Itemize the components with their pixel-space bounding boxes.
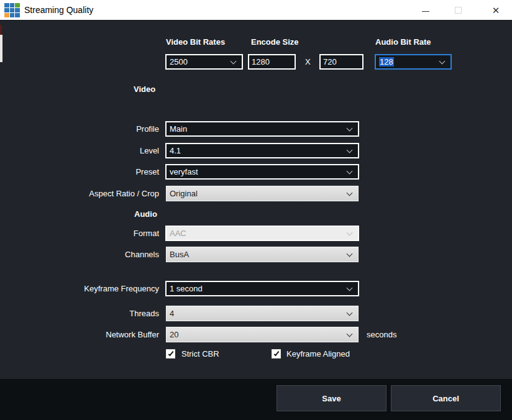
audio-bit-rate-value: 128 [376, 57, 440, 66]
channels-select[interactable]: BusA [166, 247, 359, 262]
level-select[interactable]: 4.1 [165, 143, 359, 158]
chevron-down-icon [347, 189, 353, 196]
video-bit-rates-label: Video Bit Rates [166, 37, 225, 47]
level-label: Level [68, 143, 159, 158]
maximize-button [444, 0, 472, 20]
keyframe-aligned-label: Keyframe Aligned [286, 349, 350, 359]
screen-edge-artifact [0, 25, 2, 35]
network-buffer-select[interactable]: 20 [166, 327, 359, 342]
encode-size-separator: X [305, 57, 311, 66]
chevron-down-icon [231, 58, 237, 64]
video-bit-rates-value: 2500 [167, 57, 231, 66]
encode-height-input[interactable] [319, 54, 363, 70]
check-icon [168, 350, 173, 356]
video-section-heading: Video [134, 84, 155, 94]
streaming-quality-dialog: Streaming Quality ✕ Video Bit Rates Enco… [0, 0, 512, 420]
chevron-down-icon [347, 331, 353, 337]
chevron-down-icon [347, 168, 353, 174]
chevron-down-icon [347, 229, 353, 235]
aspect-ratio-crop-label: Aspect Ratio / Crop [68, 186, 159, 201]
preset-label: Preset [68, 164, 159, 180]
video-bit-rates-select[interactable]: 2500 [165, 54, 243, 70]
minimize-icon [422, 11, 429, 12]
audio-section-heading: Audio [134, 209, 157, 219]
keyframe-aligned-checkbox[interactable] [272, 349, 281, 358]
chevron-down-icon [347, 309, 353, 316]
network-buffer-suffix: seconds [367, 330, 396, 339]
chevron-down-icon [347, 147, 353, 153]
keyframe-frequency-select[interactable]: 1 second [165, 281, 359, 296]
profile-select[interactable]: Main [165, 121, 359, 137]
cancel-button[interactable]: Cancel [391, 385, 501, 411]
check-icon [273, 350, 279, 356]
title-bar[interactable]: Streaming Quality ✕ [0, 0, 512, 21]
encode-size-label: Encode Size [251, 37, 299, 47]
threads-label: Threads [68, 306, 159, 321]
window-title: Streaming Quality [24, 0, 93, 21]
threads-select[interactable]: 4 [166, 306, 359, 321]
profile-label: Profile [68, 121, 159, 137]
chevron-down-icon [347, 250, 353, 257]
audio-bit-rate-label: Audio Bit Rate [375, 37, 431, 47]
chevron-down-icon [347, 125, 353, 131]
audio-bit-rate-select[interactable]: 128 [375, 54, 452, 70]
chevron-down-icon [439, 58, 446, 64]
save-button[interactable]: Save [277, 385, 386, 411]
chevron-down-icon [347, 285, 353, 291]
strict-cbr-checkbox[interactable] [166, 349, 175, 358]
minimize-button[interactable] [411, 0, 440, 20]
app-icon [4, 3, 20, 17]
dialog-body: Video Bit Rates Encode Size Audio Bit Ra… [0, 21, 512, 379]
format-select: AAC [165, 226, 359, 241]
close-button[interactable]: ✕ [482, 0, 510, 20]
channels-label: Channels [68, 247, 159, 262]
close-icon: ✕ [492, 6, 500, 15]
encode-width-input[interactable] [248, 54, 296, 70]
keyframe-frequency-label: Keyframe Frequency [68, 281, 159, 296]
network-buffer-label: Network Buffer [68, 327, 159, 342]
aspect-ratio-crop-select[interactable]: Original [166, 186, 359, 201]
preset-select[interactable]: veryfast [165, 164, 359, 180]
screen-edge-artifact [0, 35, 2, 62]
maximize-icon [455, 7, 462, 14]
strict-cbr-label: Strict CBR [181, 349, 219, 359]
format-label: Format [68, 226, 159, 241]
